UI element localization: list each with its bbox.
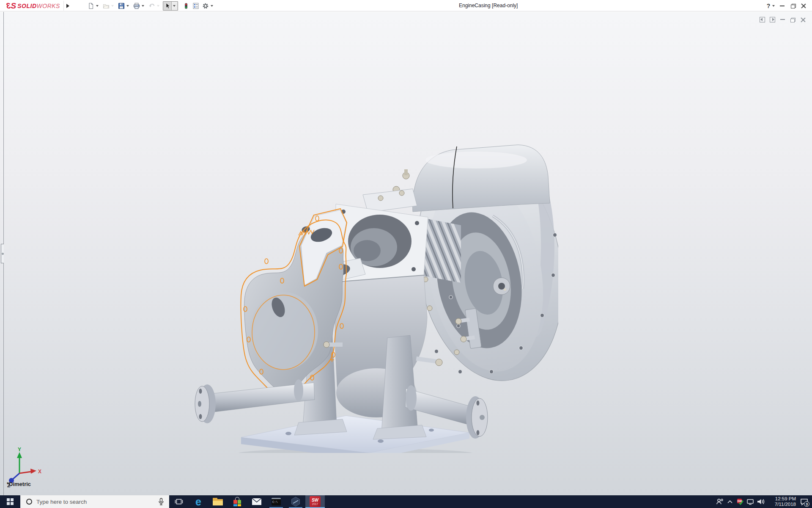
taskbar: e C:\	[0, 495, 812, 508]
3ds-logo-mark: 3S	[7, 1, 16, 11]
hidden-icons-button[interactable]	[725, 495, 735, 508]
doc-restore-button[interactable]	[787, 16, 798, 23]
edge-icon: e	[195, 497, 201, 507]
open-button[interactable]	[102, 1, 116, 11]
file-properties-button[interactable]	[192, 1, 200, 11]
minimize-button[interactable]	[777, 0, 787, 11]
task-view-icon	[175, 497, 183, 506]
task-view-button[interactable]	[169, 495, 189, 508]
desktop: 3S SOLIDWORKS	[0, 0, 812, 508]
left-shaft	[195, 379, 315, 423]
clock-date: 7/11/2018	[767, 502, 796, 507]
print-button[interactable]	[132, 1, 146, 11]
network-tray[interactable]	[745, 495, 755, 508]
undo-button[interactable]	[148, 1, 162, 11]
next-pane-button[interactable]	[767, 16, 777, 23]
windows-logo-icon	[7, 498, 14, 505]
pane-left-arrow-icon	[760, 18, 763, 21]
doc-restore-icon	[790, 18, 795, 22]
select-cursor-icon	[164, 2, 171, 10]
taskbar-app-mail[interactable]	[247, 495, 266, 508]
chevron-up-icon	[727, 500, 733, 504]
x-axis-arrow-icon	[30, 469, 36, 474]
restore-button[interactable]	[787, 0, 798, 11]
file-properties-icon	[192, 2, 200, 10]
volume-tray[interactable]	[755, 495, 765, 508]
network-icon	[746, 498, 754, 505]
taskbar-app-store[interactable]	[228, 495, 247, 508]
file-explorer-icon	[213, 498, 223, 505]
window-controls: ?	[766, 0, 809, 11]
minimize-icon	[780, 6, 785, 6]
base-plate	[241, 416, 469, 453]
taskbar-app-hex[interactable]	[286, 495, 305, 508]
volume-icon	[757, 498, 765, 505]
close-icon	[801, 3, 806, 8]
new-document-button[interactable]	[87, 1, 101, 11]
save-button[interactable]	[117, 1, 131, 11]
mail-icon	[252, 498, 262, 505]
previous-pane-button[interactable]	[757, 16, 767, 23]
graphics-viewport[interactable]: Y X Z *Dimetric	[0, 12, 812, 495]
restore-icon	[791, 4, 795, 8]
rebuild-traffic-light-icon	[182, 2, 190, 10]
action-center-button[interactable]: 3	[798, 495, 809, 508]
logo-works-text: WORKS	[37, 3, 60, 9]
search-input[interactable]	[36, 499, 153, 505]
document-window-controls	[757, 16, 808, 23]
rebuild-button[interactable]	[182, 1, 190, 11]
y-axis-arrow-icon	[17, 452, 22, 458]
store-icon	[233, 497, 241, 506]
solidworks-check-icon: SW	[737, 499, 743, 505]
select-tool-button[interactable]	[163, 1, 178, 11]
solidworks-logo: 3S SOLIDWORKS	[5, 1, 64, 11]
doc-minimize-icon	[780, 19, 785, 20]
clock[interactable]: 12:59 PM 7/11/2018	[767, 496, 796, 507]
taskbar-app-solidworks[interactable]: SW 2017	[305, 495, 325, 508]
open-folder-icon	[102, 2, 110, 10]
expand-tab-dot-icon	[2, 253, 4, 255]
clock-time: 12:59 PM	[767, 496, 796, 502]
x-axis-label: X	[38, 469, 41, 475]
notification-badge: 3	[804, 501, 809, 507]
titlebar: 3S SOLIDWORKS	[0, 0, 812, 11]
microphone-icon[interactable]	[158, 498, 164, 505]
doc-close-icon	[801, 17, 805, 22]
taskbar-search[interactable]	[20, 495, 169, 508]
help-button[interactable]: ?	[766, 0, 777, 11]
main-toolbar	[87, 1, 217, 11]
toolbar-flyout-button[interactable]	[64, 2, 71, 10]
select-tool-dropdown[interactable]	[171, 2, 177, 10]
taskbar-app-command-prompt[interactable]: C:\	[266, 495, 286, 508]
model-canvas[interactable]	[178, 140, 558, 453]
hex-app-icon	[291, 497, 301, 507]
options-gear-icon	[202, 2, 209, 10]
start-button[interactable]	[0, 495, 20, 508]
doc-close-button[interactable]	[798, 16, 808, 23]
featuremanager-expand-tab[interactable]	[1, 244, 4, 263]
view-orientation-label: *Dimetric	[7, 481, 31, 487]
people-icon	[716, 498, 724, 505]
flyout-arrow-icon	[66, 4, 69, 8]
command-prompt-icon: C:\	[272, 498, 281, 505]
y-axis-label: Y	[18, 447, 21, 453]
system-tray: SW 12:59 PM 7/11/2	[715, 495, 812, 508]
logo-solid-text: SOLID	[17, 3, 36, 9]
taskbar-app-file-explorer[interactable]	[208, 495, 228, 508]
pane-right-arrow-icon	[772, 18, 774, 21]
save-floppy-icon	[118, 2, 125, 10]
cortana-icon	[26, 499, 32, 505]
taskbar-app-edge[interactable]: e	[189, 495, 208, 508]
solidworks-2017-icon: SW 2017	[310, 496, 321, 507]
options-button[interactable]	[201, 1, 215, 11]
undo-icon	[148, 2, 156, 10]
print-icon	[133, 2, 140, 10]
close-button[interactable]	[798, 0, 809, 11]
new-document-icon	[87, 2, 95, 10]
people-button[interactable]	[715, 495, 725, 508]
document-title: EngineCasing [Read-only]	[459, 3, 518, 8]
solidworks-status-tray[interactable]: SW	[735, 495, 745, 508]
doc-minimize-button[interactable]	[777, 16, 787, 23]
